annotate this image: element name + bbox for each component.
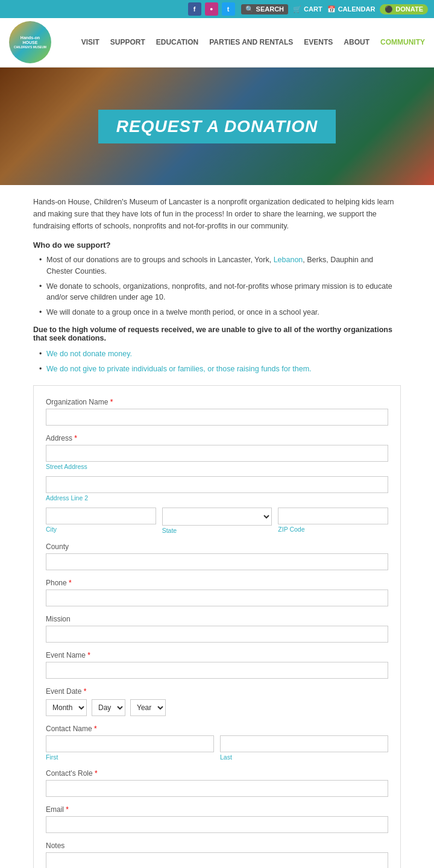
no-bullet-2: We do not give to private individuals or…: [39, 363, 401, 375]
contact-name-group: Contact Name * First Last: [46, 725, 388, 761]
date-selects: Month Day Year: [46, 699, 388, 716]
intro-paragraph: Hands-on House, Children's Museum of Lan…: [33, 196, 401, 232]
street-sublabel: Street Address: [46, 463, 388, 470]
county-label: County: [46, 542, 388, 551]
event-name-label: Event Name *: [46, 651, 388, 659]
email-input[interactable]: [46, 816, 388, 833]
email-group: Email *: [46, 805, 388, 833]
address-label: Address *: [46, 434, 388, 442]
contact-role-input[interactable]: [46, 780, 388, 797]
bullet-3: We will donate to a group once in a twel…: [39, 307, 401, 318]
name-row: First Last: [46, 735, 388, 761]
event-date-label: Event Date *: [46, 687, 388, 696]
facebook-icon[interactable]: f: [188, 2, 201, 16]
support-bullets: Most of our donations are to groups and …: [33, 254, 401, 318]
state-group: PA NY State: [162, 508, 272, 534]
bullet-1: Most of our donations are to groups and …: [39, 254, 401, 277]
first-sublabel: First: [46, 753, 214, 761]
event-date-group: Event Date * Month Day Year: [46, 687, 388, 716]
mission-input[interactable]: [46, 626, 388, 643]
notes-textarea[interactable]: [46, 852, 388, 868]
county-input[interactable]: [46, 553, 388, 570]
calendar-label: CALENDAR: [338, 5, 376, 13]
last-name-group: Last: [220, 735, 388, 761]
city-sublabel: City: [46, 526, 156, 533]
zip-group: ZIP Code: [278, 508, 388, 534]
phone-label: Phone *: [46, 579, 388, 587]
nav-education[interactable]: EDUCATION: [156, 38, 198, 46]
street-address-input[interactable]: [46, 445, 388, 462]
cart-icon: 🛒: [293, 5, 301, 13]
donate-label: DONATE: [395, 5, 423, 13]
contact-role-label: Contact's Role *: [46, 769, 388, 778]
search-icon: 🔍: [245, 5, 254, 13]
address2-input[interactable]: [46, 476, 388, 493]
calendar-button[interactable]: 📅 CALENDAR: [327, 5, 376, 13]
year-select[interactable]: Year: [130, 699, 166, 716]
bullet-2: We donate to schools, organizations, non…: [39, 281, 401, 304]
contact-name-label: Contact Name *: [46, 725, 388, 733]
logo-image: Hands-on HOUSE CHILDREN'S MUSEUM: [9, 21, 51, 63]
phone-input[interactable]: [46, 590, 388, 606]
top-bar: f ● t 🔍 SEARCH 🛒 CART 📅 CALENDAR ⚫ DONAT…: [0, 0, 434, 18]
content-area: Hands-on House, Children's Museum of Lan…: [0, 185, 434, 868]
nav-support[interactable]: SUPPORT: [110, 38, 145, 46]
nav-events[interactable]: EVENTS: [304, 38, 333, 46]
hero-title: REQUEST A DONATION: [98, 110, 336, 143]
contact-role-group: Contact's Role *: [46, 769, 388, 797]
donate-button[interactable]: ⚫ DONATE: [380, 4, 428, 14]
donate-icon: ⚫: [385, 5, 393, 13]
emphasis-text: Due to the high volume of requests recei…: [33, 326, 401, 342]
mission-label: Mission: [46, 615, 388, 623]
state-select[interactable]: PA NY: [162, 508, 272, 526]
nav-parties[interactable]: PARTIES AND RENTALS: [209, 38, 293, 46]
first-name-group: First: [46, 735, 214, 761]
top-actions: 🔍 SEARCH 🛒 CART 📅 CALENDAR ⚫ DONATE: [241, 4, 428, 14]
org-name-group: Organization Name *: [46, 398, 388, 426]
who-title: Who do we support?: [33, 241, 401, 250]
email-label: Email *: [46, 805, 388, 814]
first-name-input[interactable]: [46, 735, 214, 752]
hero-banner: REQUEST A DONATION: [0, 68, 434, 185]
notes-label: Notes: [46, 841, 388, 850]
mission-group: Mission: [46, 615, 388, 643]
nav-visit[interactable]: VISIT: [81, 38, 99, 46]
donation-form: Organization Name * Address * Street Add…: [33, 385, 401, 868]
zip-input[interactable]: [278, 508, 388, 524]
month-select[interactable]: Month: [46, 699, 87, 716]
search-label: SEARCH: [256, 5, 284, 13]
last-sublabel: Last: [220, 753, 388, 761]
no-bullets: We do not donate money. We do not give t…: [33, 348, 401, 375]
day-select[interactable]: Day: [92, 699, 125, 716]
calendar-icon: 📅: [327, 5, 336, 13]
notes-group: Notes: [46, 841, 388, 868]
cart-label: CART: [304, 5, 322, 13]
city-input[interactable]: [46, 508, 156, 524]
address2-sublabel: Address Line 2: [46, 494, 388, 502]
search-button[interactable]: 🔍 SEARCH: [241, 4, 288, 14]
org-name-label: Organization Name *: [46, 398, 388, 406]
nav-about[interactable]: ABOUT: [344, 38, 370, 46]
address-group: Address * Street Address Address Line 2 …: [46, 434, 388, 534]
phone-group: Phone *: [46, 579, 388, 606]
instagram-icon[interactable]: ●: [205, 2, 218, 16]
city-group: City: [46, 508, 156, 534]
nav-community[interactable]: COMMUNITY: [380, 38, 425, 46]
org-name-input[interactable]: [46, 409, 388, 426]
cart-button[interactable]: 🛒 CART: [293, 5, 322, 13]
event-name-group: Event Name *: [46, 651, 388, 679]
nav-links: VISIT SUPPORT EDUCATION PARTIES AND RENT…: [81, 38, 425, 46]
county-group: County: [46, 542, 388, 570]
no-bullet-1: We do not donate money.: [39, 348, 401, 360]
main-nav: Hands-on HOUSE CHILDREN'S MUSEUM VISIT S…: [0, 18, 434, 68]
logo[interactable]: Hands-on HOUSE CHILDREN'S MUSEUM: [9, 21, 51, 63]
last-name-input[interactable]: [220, 735, 388, 752]
event-name-input[interactable]: [46, 662, 388, 679]
twitter-icon[interactable]: t: [222, 2, 235, 16]
zip-sublabel: ZIP Code: [278, 526, 388, 533]
social-links: f ● t: [188, 2, 235, 16]
state-sublabel: State: [162, 527, 272, 534]
